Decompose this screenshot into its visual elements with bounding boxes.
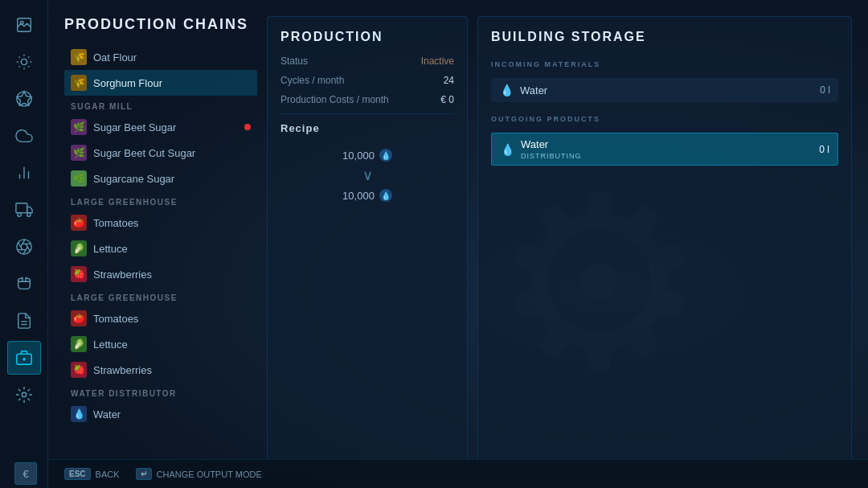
lettuce-1-label: Lettuce [93,243,128,255]
sidebar-item-resources[interactable] [7,45,41,79]
sorghum-flour-icon: 🌾 [71,75,87,91]
stat-row-costs: Production Costs / month € 0 [280,94,454,105]
chain-item-tomatoes-1[interactable]: 🍅 Tomatoes [64,210,257,236]
storage-panel: Building Storage INCOMING MATERIALS 💧 Wa… [477,16,852,472]
incoming-water-amount: 0 l [820,84,830,96]
distributing-badge: Distributing [521,152,813,160]
sidebar-item-animals[interactable] [7,267,41,301]
lettuce-1-icon: 🥬 [71,240,87,256]
sugarcane-icon: 🌿 [71,170,87,187]
recipe-output: 10,000 💧 [342,189,392,202]
outgoing-water-amount: 0 l [819,144,829,155]
tomato-2-icon: 🍅 [71,310,87,326]
chain-item-lettuce-2[interactable]: 🥬 Lettuce [64,331,257,357]
strawberry-2-icon: 🍓 [71,362,87,378]
chain-item-strawberries-1[interactable]: 🍓 Strawberries [64,261,257,287]
outgoing-products-header: OUTGOING PRODUCTS [491,110,838,125]
stat-row-status: Status Inactive [280,55,454,67]
status-label: Status [280,55,308,67]
chain-item-sugarcane[interactable]: 🌿 Sugarcane Sugar [64,166,257,191]
status-value: Inactive [421,55,454,67]
sugar-beet-cut-label: Sugar Beet Cut Sugar [93,147,195,159]
chain-item-lettuce-1[interactable]: 🥬 Lettuce [64,236,257,261]
recipe-input: 10,000 💧 [342,149,392,162]
sidebar-item-production[interactable] [7,341,41,375]
strawberries-2-label: Strawberries [93,364,152,376]
back-button[interactable]: ESC BACK [64,468,120,480]
main-content: PRODUCTION CHAINS 🌾 Oat Flour 🌾 Sorghum … [48,0,868,488]
divider [280,113,454,114]
sidebar-item-contracts[interactable] [7,304,41,338]
stat-row-cycles: Cycles / month 24 [280,75,454,86]
outgoing-water-item[interactable]: 💧 Water Distributing 0 l [491,133,838,166]
oat-flour-icon: 🌾 [71,49,87,65]
chain-item-sorghum-flour[interactable]: 🌾 Sorghum Flour [64,70,257,96]
sidebar-item-navigation[interactable] [7,82,41,116]
svg-point-10 [27,213,31,217]
incoming-water-item: 💧 Water 0 l [491,78,838,102]
sidebar-item-stats[interactable] [7,156,41,190]
svg-point-9 [17,213,21,217]
strawberries-1-label: Strawberries [93,269,152,281]
incoming-materials-header: INCOMING MATERIALS [491,55,838,70]
tomatoes-2-label: Tomatoes [93,313,138,325]
recipe-title: Recipe [280,122,454,134]
section-water-dist: WATER DISTRIBUTOR [64,383,257,401]
recipe-output-amount: 10,000 [342,190,375,202]
chain-item-sugar-beet-sugar[interactable]: 🌿 Sugar Beet Sugar [64,114,257,140]
chain-item-strawberries-2[interactable]: 🍓 Strawberries [64,357,257,383]
recipe-input-amount: 10,000 [342,150,375,162]
sugar-beet-sugar-label: Sugar Beet Sugar [93,121,176,133]
incoming-water-name: Water [520,84,813,96]
chain-item-water[interactable]: 💧 Water [64,401,257,427]
chains-list: 🌾 Oat Flour 🌾 Sorghum Flour SUGAR MILL 🌿… [64,44,257,472]
svg-rect-8 [15,203,27,213]
cycles-value: 24 [444,75,454,86]
outgoing-water-icon: 💧 [500,142,514,157]
recipe-flow: 10,000 💧 ∨ 10,000 💧 [280,142,454,208]
incoming-water-icon: 💧 [499,83,514,97]
building-storage-title: Building Storage [491,30,838,44]
sidebar-item-finance[interactable] [7,230,41,264]
production-panel: Production Status Inactive Cycles / mont… [267,16,468,472]
recipe-output-water-icon: 💧 [379,189,392,202]
sugarcane-label: Sugarcane Sugar [93,173,174,185]
sidebar-item-vehicles[interactable] [7,193,41,227]
esc-key-badge: ESC [64,468,91,480]
back-label: BACK [96,470,120,479]
production-title: Production [280,30,454,44]
chains-title: PRODUCTION CHAINS [64,16,257,33]
recipe-input-water-icon: 💧 [379,149,392,162]
recipe-arrow-icon: ∨ [362,166,373,184]
svg-point-2 [21,59,27,64]
sidebar-item-placeables[interactable] [7,378,41,412]
sugar-beet-cut-icon: 🌿 [71,145,87,161]
change-output-mode-label: CHANGE OUTPUT MODE [157,470,262,479]
chains-panel: PRODUCTION CHAINS 🌾 Oat Flour 🌾 Sorghum … [64,16,257,472]
chain-item-tomatoes-2[interactable]: 🍅 Tomatoes [64,306,257,331]
tomatoes-1-label: Tomatoes [93,217,138,229]
strawberry-1-icon: 🍓 [71,266,87,282]
sidebar-item-weather[interactable] [7,119,41,153]
alert-dot [244,124,251,130]
oat-flour-label: Oat Flour [93,51,137,64]
chain-item-oat-flour[interactable]: 🌾 Oat Flour [64,44,257,70]
cycles-label: Cycles / month [280,75,344,86]
sorghum-flour-label: Sorghum Flour [93,77,162,89]
change-output-mode-button[interactable]: ↵ CHANGE OUTPUT MODE [136,468,262,480]
svg-point-17 [22,392,27,397]
section-greenhouse-2: LARGE GREENHOUSE [64,287,257,306]
tomato-1-icon: 🍅 [71,215,87,231]
water-icon: 💧 [71,406,87,422]
outgoing-water-name: Water [521,138,548,150]
lettuce-2-icon: 🥬 [71,336,87,352]
sidebar [0,0,48,488]
section-greenhouse-1: LARGE GREENHOUSE [64,191,257,210]
outgoing-water-inner: Water Distributing [521,138,813,160]
water-label: Water [93,408,121,420]
chain-item-sugar-beet-cut[interactable]: 🌿 Sugar Beet Cut Sugar [64,140,257,166]
costs-value: € 0 [440,94,454,105]
section-sugar-mill: SUGAR MILL [64,96,257,114]
sidebar-item-map[interactable] [7,8,41,42]
euro-button[interactable]: € [14,462,37,485]
